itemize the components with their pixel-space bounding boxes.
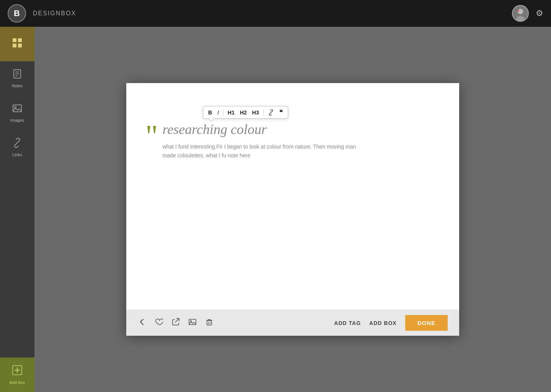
toolbar-divider (223, 109, 223, 116)
toolbar-divider-2 (263, 109, 264, 116)
quote-heading[interactable]: researching colour (163, 121, 440, 138)
svg-rect-6 (13, 44, 16, 47)
sidebar-item-links[interactable]: Links (0, 130, 34, 165)
card-footer: ADD TAG ADD BOX DONE (126, 310, 459, 336)
app-title: DESIGNBOX (33, 10, 76, 17)
back-button[interactable] (138, 318, 146, 328)
main-layout: Notes Images Links (0, 27, 551, 392)
svg-rect-20 (189, 319, 196, 325)
svg-rect-12 (13, 105, 21, 112)
sidebar: Notes Images Links (0, 27, 34, 392)
user-avatar[interactable] (512, 5, 529, 22)
topbar-right: ⚙ (512, 5, 543, 22)
add-box-button[interactable]: ADD BOX (369, 320, 397, 326)
format-link-button[interactable] (267, 109, 275, 116)
svg-rect-22 (207, 320, 212, 325)
links-label: Links (12, 152, 22, 157)
format-h1-button[interactable]: H1 (227, 109, 236, 116)
topbar: B DESIGNBOX ⚙ (0, 0, 551, 27)
trash-button[interactable] (205, 318, 214, 328)
images-icon (12, 103, 22, 116)
svg-point-13 (15, 106, 16, 108)
quote-body[interactable]: what I fund interesting.Fir I began to l… (163, 142, 369, 160)
image-button[interactable] (188, 318, 197, 328)
footer-right: ADD TAG ADD BOX DONE (334, 315, 448, 331)
done-button[interactable]: DONE (405, 315, 448, 331)
quote-text-area: researching colour what I fund interesti… (163, 121, 440, 160)
svg-point-1 (518, 9, 523, 14)
add-tag-button[interactable]: ADD TAG (334, 320, 361, 326)
svg-line-19 (175, 318, 179, 322)
topbar-left: B DESIGNBOX (8, 4, 76, 23)
images-label: Images (10, 118, 24, 122)
svg-rect-5 (18, 38, 22, 42)
notes-icon (12, 69, 22, 81)
grid-icon (12, 38, 23, 51)
format-toolbar: B I H1 H2 H3 ❝ (203, 106, 288, 119)
quote-block: " researching colour what I fund interes… (145, 121, 440, 160)
svg-line-14 (16, 141, 19, 144)
heart-button[interactable] (155, 318, 163, 328)
notes-label: Notes (12, 83, 23, 88)
settings-icon[interactable]: ⚙ (536, 8, 543, 18)
logo-letter: B (14, 8, 20, 18)
card-modal: B I H1 H2 H3 ❝ (126, 83, 459, 336)
app-logo[interactable]: B (8, 4, 26, 23)
svg-line-18 (270, 111, 272, 114)
sidebar-item-images[interactable]: Images (0, 96, 34, 130)
svg-rect-4 (13, 38, 16, 42)
format-bold-button[interactable]: B (207, 109, 213, 116)
format-quote-button[interactable]: ❝ (278, 108, 284, 116)
content-area: B I H1 H2 H3 ❝ (34, 27, 551, 392)
svg-rect-7 (18, 44, 22, 47)
share-button[interactable] (171, 318, 180, 328)
addbox-icon (12, 365, 23, 378)
sidebar-item-grid[interactable] (0, 27, 34, 61)
footer-left (138, 318, 214, 328)
svg-point-3 (518, 10, 519, 11)
svg-point-21 (190, 320, 192, 322)
card-content: B I H1 H2 H3 ❝ (126, 83, 459, 310)
format-h2-button[interactable]: H2 (239, 109, 248, 116)
format-h3-button[interactable]: H3 (251, 109, 260, 116)
sidebar-item-notes[interactable]: Notes (0, 61, 34, 96)
sidebar-item-addbox[interactable]: Add box (0, 358, 34, 392)
addbox-label: Add box (10, 380, 25, 385)
format-italic-button[interactable]: I (216, 109, 220, 116)
quote-marks-icon: " (145, 125, 158, 147)
links-icon (12, 138, 22, 150)
